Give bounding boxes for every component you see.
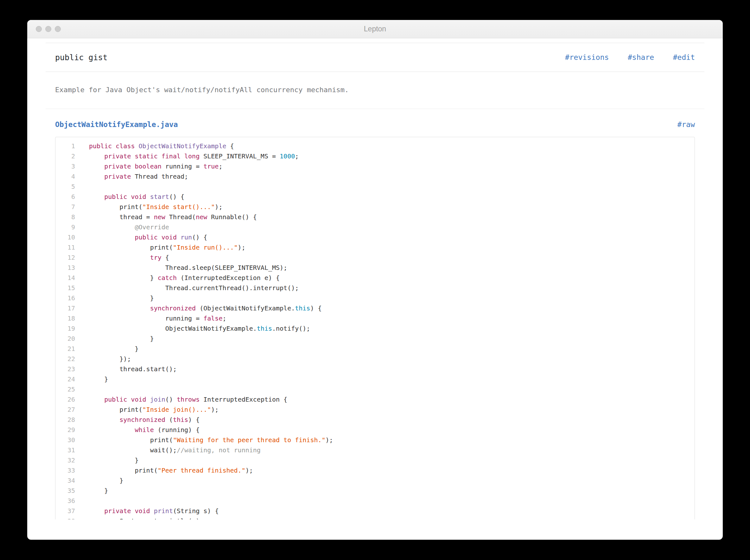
gist-type-title: public gist <box>55 53 108 62</box>
line-number: 11 <box>56 242 75 253</box>
code-text: print("Inside join()..."); <box>75 404 219 415</box>
code-line: 13 Thread.sleep(SLEEP_INTERVAL_MS); <box>56 263 694 273</box>
share-link[interactable]: #share <box>628 53 654 61</box>
line-number: 7 <box>56 202 75 212</box>
line-number: 34 <box>56 476 75 485</box>
line-number: 6 <box>56 192 75 202</box>
code-text: synchronized (ObjectWaitNotifyExample.th… <box>75 303 322 313</box>
line-number: 29 <box>56 425 75 435</box>
code-text: try { <box>75 253 169 263</box>
code-line: 18 running = false; <box>56 313 694 323</box>
code-line: 5 <box>56 181 694 192</box>
line-number: 25 <box>56 384 75 394</box>
code-line: 6 public void start() { <box>56 192 694 202</box>
code-line: 3 private boolean running = true; <box>56 161 694 172</box>
edit-link[interactable]: #edit <box>673 53 695 61</box>
code-text: public void start() { <box>75 192 184 202</box>
filename-link[interactable]: ObjectWaitNotifyExample.java <box>55 120 178 128</box>
code-text: } <box>75 344 139 354</box>
line-number: 38 <box>56 516 75 519</box>
code-line: 20 } <box>56 334 694 344</box>
code-text: Thread.sleep(SLEEP_INTERVAL_MS); <box>75 263 287 273</box>
raw-link[interactable]: #raw <box>677 120 695 128</box>
code-text: print("Peer thread finished."); <box>75 465 253 476</box>
code-line: 38 System.out.println(s); <box>56 516 694 519</box>
gist-header: public gist #revisions #share #edit <box>46 43 704 72</box>
code-text: } <box>75 455 139 465</box>
window-title: Lepton <box>27 20 723 38</box>
code-text: private boolean running = true; <box>75 161 222 172</box>
line-number: 28 <box>56 415 75 425</box>
line-number: 21 <box>56 344 75 354</box>
line-number: 27 <box>56 404 75 415</box>
line-number: 13 <box>56 263 75 273</box>
app-window: Lepton public gist #revisions #share #ed… <box>27 20 723 540</box>
code-text: } <box>75 485 108 496</box>
code-line: 32 } <box>56 455 694 465</box>
code-line: 17 synchronized (ObjectWaitNotifyExample… <box>56 303 694 313</box>
code-line: 28 synchronized (this) { <box>56 415 694 425</box>
content-viewport: public gist #revisions #share #edit Exam… <box>27 38 723 519</box>
code-box: 1public class ObjectWaitNotifyExample {2… <box>55 137 695 519</box>
file-header: ObjectWaitNotifyExample.java #raw <box>46 109 704 137</box>
line-number: 2 <box>56 151 75 161</box>
line-number: 12 <box>56 253 75 263</box>
code-text: running = false; <box>75 313 226 323</box>
code-line: 12 try { <box>56 253 694 263</box>
line-number: 17 <box>56 303 75 313</box>
code-line: 10 public void run() { <box>56 232 694 242</box>
code-line: 30 print("Waiting for the peer thread to… <box>56 435 694 445</box>
code-line: 33 print("Peer thread finished."); <box>56 465 694 476</box>
code-line: 7 print("Inside start()..."); <box>56 202 694 212</box>
code-line: 23 thread.start(); <box>56 364 694 374</box>
line-number: 14 <box>56 273 75 283</box>
code-line: 19 ObjectWaitNotifyExample.this.notify()… <box>56 323 694 334</box>
line-number: 4 <box>56 172 75 181</box>
code-text: synchronized (this) { <box>75 415 200 425</box>
code-text: public void run() { <box>75 232 207 242</box>
code-line: 24 } <box>56 374 694 384</box>
code-text: thread = new Thread(new Runnable() { <box>75 212 257 222</box>
revisions-link[interactable]: #revisions <box>565 53 609 61</box>
code-text: } <box>75 293 154 303</box>
line-number: 5 <box>56 181 75 192</box>
code-line: 29 while (running) { <box>56 425 694 435</box>
line-number: 23 <box>56 364 75 374</box>
code-text: System.out.println(s); <box>75 516 203 519</box>
line-number: 18 <box>56 313 75 323</box>
code-text: public class ObjectWaitNotifyExample { <box>75 141 234 151</box>
line-number: 1 <box>56 141 75 151</box>
code-text: public void join() throws InterruptedExc… <box>75 394 287 404</box>
line-number: 24 <box>56 374 75 384</box>
line-number: 31 <box>56 445 75 455</box>
code-line: 11 print("Inside run()..."); <box>56 242 694 253</box>
line-number: 36 <box>56 496 75 506</box>
line-number: 20 <box>56 334 75 344</box>
code-text: @Override <box>75 222 169 232</box>
code-text: print("Inside start()..."); <box>75 202 222 212</box>
code-line: 37 private void print(String s) { <box>56 506 694 516</box>
code-line: 21 } <box>56 344 694 354</box>
line-number: 9 <box>56 222 75 232</box>
code-text <box>75 384 89 394</box>
line-number: 32 <box>56 455 75 465</box>
code-line: 36 <box>56 496 694 506</box>
code-text: Thread.currentThread().interrupt(); <box>75 283 299 293</box>
line-number: 19 <box>56 323 75 334</box>
code-line: 27 print("Inside join()..."); <box>56 404 694 415</box>
code-lines: 1public class ObjectWaitNotifyExample {2… <box>56 141 694 519</box>
line-number: 15 <box>56 283 75 293</box>
line-number: 10 <box>56 232 75 242</box>
code-text: print("Inside run()..."); <box>75 242 245 253</box>
code-text: private static final long SLEEP_INTERVAL… <box>75 151 299 161</box>
code-text: } <box>75 334 154 344</box>
code-line: 2 private static final long SLEEP_INTERV… <box>56 151 694 161</box>
code-line: 4 private Thread thread; <box>56 172 694 181</box>
line-number: 22 <box>56 354 75 364</box>
code-text: wait();//waiting, not running <box>75 445 261 455</box>
code-text <box>75 181 89 192</box>
code-line: 26 public void join() throws Interrupted… <box>56 394 694 404</box>
code-line: 35 } <box>56 485 694 496</box>
code-text: ObjectWaitNotifyExample.this.notify(); <box>75 323 310 334</box>
line-number: 3 <box>56 161 75 172</box>
